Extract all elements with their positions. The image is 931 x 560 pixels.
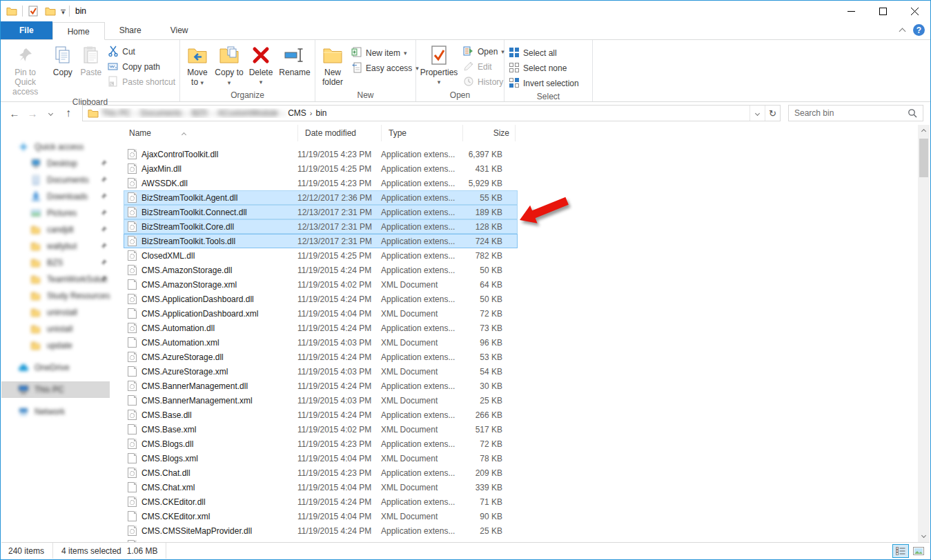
table-row[interactable]: AjaxControlToolkit.dll 11/19/2015 4:23 P… xyxy=(124,147,518,161)
cut-button[interactable]: Cut xyxy=(105,44,178,59)
sidebar-item[interactable]: Study Resources xyxy=(1,288,117,304)
breadcrumb-segment[interactable]: CMS xyxy=(285,108,309,118)
folder-icon[interactable] xyxy=(5,4,19,18)
table-row[interactable]: BizStreamToolkit.Core.dll 12/13/2017 2:3… xyxy=(124,219,518,234)
table-row[interactable]: CMS.CKEditor.dll 11/19/2015 4:24 PM Appl… xyxy=(124,494,518,509)
table-row[interactable]: CMS.CKEditor.xml 11/19/2015 4:04 PM XML … xyxy=(124,509,518,523)
sidebar-item[interactable]: OneDrive xyxy=(1,359,117,376)
table-row[interactable]: BizStreamToolkit.Tools.dll 12/13/2017 2:… xyxy=(124,234,518,248)
maximize-button[interactable] xyxy=(867,1,899,21)
table-row[interactable]: BizStreamToolkit.Agent.dll 12/12/2017 2:… xyxy=(124,190,518,205)
sidebar-item[interactable]: BZS xyxy=(1,254,117,271)
table-row[interactable]: CMS.BannerManagement.dll 11/19/2015 4:24… xyxy=(124,379,518,393)
search-icon[interactable] xyxy=(905,108,923,118)
tab-share[interactable]: Share xyxy=(105,21,156,39)
details-view-button[interactable] xyxy=(892,544,909,558)
pin-to-quick-access-button[interactable]: Pin to Quick access xyxy=(2,41,48,97)
paste-button[interactable]: Paste xyxy=(77,41,105,77)
table-row[interactable]: CMS.Automation.xml 11/19/2015 4:03 PM XM… xyxy=(124,335,518,350)
table-row[interactable]: CMS.AmazonStorage.dll 11/19/2015 4:24 PM… xyxy=(124,263,518,277)
table-row[interactable]: CMS.Chat.dll 11/19/2015 4:23 PM Applicat… xyxy=(124,466,518,480)
sidebar-item[interactable]: Downloads xyxy=(1,188,117,205)
properties-check-icon[interactable] xyxy=(26,4,40,18)
vertical-scrollbar[interactable] xyxy=(918,125,930,542)
tab-home[interactable]: Home xyxy=(52,22,105,40)
collapse-ribbon-icon[interactable] xyxy=(899,28,906,35)
tab-view[interactable]: View xyxy=(156,21,203,39)
properties-button[interactable]: Properties ▾ xyxy=(418,41,460,87)
thumbnails-view-button[interactable] xyxy=(910,544,927,558)
sidebar-item[interactable]: This PC xyxy=(1,381,110,398)
sidebar-item[interactable]: Pictures xyxy=(1,205,117,221)
sidebar-item[interactable]: Documents xyxy=(1,172,117,188)
table-row[interactable]: CMS.Base.dll 11/19/2015 4:24 PM Applicat… xyxy=(124,408,518,422)
column-header-size[interactable]: Size xyxy=(463,125,516,141)
help-icon[interactable]: ? xyxy=(913,24,925,36)
breadcrumb-segment[interactable]: This PC xyxy=(99,108,134,118)
sidebar-item[interactable]: Desktop xyxy=(1,155,117,172)
breadcrumb-segment[interactable]: BZS xyxy=(189,108,210,118)
customize-toolbar-dropdown-icon[interactable]: ▾ xyxy=(61,8,66,15)
new-item-button[interactable]: New item ▾ xyxy=(349,46,422,61)
table-row[interactable]: BizStreamToolkit.Connect.dll 12/13/2017 … xyxy=(124,205,518,219)
breadcrumb-segment[interactable]: ACustomModule xyxy=(215,108,282,118)
invert-selection-button[interactable]: Invert selection xyxy=(506,76,582,91)
edit-button[interactable]: Edit xyxy=(460,59,507,74)
breadcrumb-segment[interactable]: Documents xyxy=(137,108,185,118)
close-button[interactable] xyxy=(899,1,930,21)
sidebar-item[interactable]: update xyxy=(1,337,117,354)
folder-icon[interactable] xyxy=(43,4,57,18)
table-row[interactable]: CMS.AzureStorage.xml 11/19/2015 4:03 PM … xyxy=(124,364,518,379)
address-dropdown-icon[interactable] xyxy=(749,106,765,121)
sidebar-item[interactable]: TeamWorkSoluti xyxy=(1,271,117,288)
table-row[interactable]: CMS.Automation.dll 11/19/2015 4:24 PM Ap… xyxy=(124,321,518,335)
table-row[interactable]: CMS.Chat.xml 11/19/2015 4:04 PM XML Docu… xyxy=(124,480,518,494)
search-input[interactable] xyxy=(789,108,905,118)
sidebar-item[interactable]: candjdt xyxy=(1,221,117,238)
table-row[interactable]: CMS.Blogs.xml 11/19/2015 4:04 PM XML Doc… xyxy=(124,451,518,466)
sidebar-item[interactable]: Network xyxy=(1,403,117,420)
open-button[interactable]: Open ▾ xyxy=(460,44,507,59)
table-row[interactable]: CMS.ApplicationDashboard.xml 11/19/2015 … xyxy=(124,306,518,321)
minimize-button[interactable] xyxy=(835,1,867,21)
sidebar-item[interactable]: uninstall xyxy=(1,304,117,321)
column-header-type[interactable]: Type xyxy=(382,125,463,141)
table-row[interactable]: ClosedXML.dll 11/19/2015 4:25 PM Applica… xyxy=(124,248,518,263)
scroll-down-icon[interactable] xyxy=(918,530,930,542)
sidebar-item[interactable]: wallybut xyxy=(1,238,117,254)
table-row[interactable]: CMS.AzureStorage.dll 11/19/2015 4:24 PM … xyxy=(124,350,518,364)
refresh-icon[interactable]: ↻ xyxy=(765,106,780,121)
table-row[interactable]: CMS.ApplicationDashboard.dll 11/19/2015 … xyxy=(124,292,518,306)
sidebar-item[interactable]: Quick access xyxy=(1,139,117,155)
easy-access-button[interactable]: Easy access ▾ xyxy=(349,61,422,76)
table-row[interactable]: AWSSDK.dll 11/19/2015 4:23 PM Applicatio… xyxy=(124,176,518,190)
select-none-button[interactable]: Select none xyxy=(506,61,582,76)
table-row[interactable]: AjaxMin.dll 11/19/2015 4:25 PM Applicati… xyxy=(124,161,518,176)
table-row[interactable]: CMS.CMSSiteMapProvider.dll 11/19/2015 4:… xyxy=(124,523,518,538)
move-to-button[interactable]: Move to ▾ xyxy=(182,41,213,88)
paste-shortcut-button[interactable]: Paste shortcut xyxy=(105,74,178,90)
sidebar-item[interactable]: unistall xyxy=(1,321,117,337)
copy-path-button[interactable]: Copy path xyxy=(105,59,178,74)
new-folder-button[interactable]: New folder xyxy=(317,41,349,87)
breadcrumb-segment[interactable]: bin xyxy=(313,108,329,118)
delete-button[interactable]: Delete ▾ xyxy=(245,41,277,87)
address-bar[interactable]: This PC › Documents › BZS › ACustomModul… xyxy=(82,105,781,121)
rename-button[interactable]: Rename xyxy=(277,41,313,77)
table-row[interactable]: CMS.BannerManagement.xml 11/19/2015 4:03… xyxy=(124,393,518,408)
column-header-date-modified[interactable]: Date modified xyxy=(298,125,382,141)
back-icon[interactable]: ← xyxy=(6,105,23,121)
column-header-name[interactable]: Name xyxy=(122,125,298,141)
tab-file[interactable]: File xyxy=(1,21,52,39)
up-icon[interactable]: ↑ xyxy=(60,105,77,121)
select-all-button[interactable]: Select all xyxy=(506,46,582,61)
scrollbar-thumb[interactable] xyxy=(919,139,928,177)
copy-button[interactable]: Copy xyxy=(48,41,77,77)
forward-icon[interactable]: → xyxy=(24,105,41,121)
copy-to-button[interactable]: Copy to ▾ xyxy=(213,41,245,88)
recent-locations-dropdown-icon[interactable] xyxy=(42,105,59,121)
scroll-up-icon[interactable] xyxy=(918,125,930,137)
table-row[interactable]: CMS.Blogs.dll 11/19/2015 4:23 PM Applica… xyxy=(124,437,518,451)
history-button[interactable]: History xyxy=(460,74,507,90)
table-row[interactable]: CMS.AmazonStorage.xml 11/19/2015 4:02 PM… xyxy=(124,277,518,292)
